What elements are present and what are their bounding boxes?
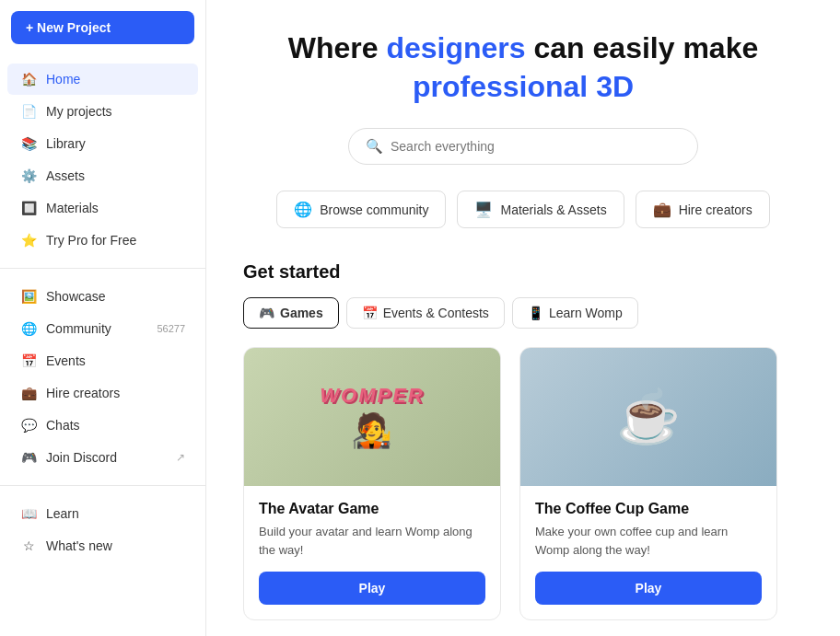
new-icon: ☆ (20, 538, 37, 554)
avatar-game-image: WOMPER 🧑‍🎤 (244, 348, 500, 486)
sidebar-item-assets-label: Assets (46, 168, 85, 183)
library-icon: 📚 (20, 135, 37, 152)
sidebar-item-showcase[interactable]: 🖼️ Showcase (7, 281, 198, 312)
sidebar-nav-community: 🖼️ Showcase 🌐 Community 56277 📅 Events 💼… (0, 276, 205, 478)
tab-learn-womp[interactable]: 📱 Learn Womp (512, 297, 638, 329)
sidebar-item-join-discord-label: Join Discord (46, 450, 117, 465)
sidebar-nav-primary: 🏠 Home 📄 My projects 📚 Library ⚙️ Assets… (0, 59, 205, 260)
learn-womp-tab-icon: 📱 (528, 306, 543, 320)
hire-creators-button[interactable]: 💼 Hire creators (636, 191, 770, 228)
sidebar-item-chats[interactable]: 💬 Chats (7, 410, 198, 441)
sidebar-item-materials-label: Materials (46, 201, 99, 215)
sidebar-divider-2 (0, 485, 205, 486)
globe-icon: 🌐 (294, 201, 312, 218)
games-tab-icon: 🎮 (259, 306, 274, 320)
sidebar-item-community-label: Community (46, 321, 111, 336)
hero-line3: professional 3D (413, 70, 634, 103)
sidebar-item-home[interactable]: 🏠 Home (7, 64, 198, 95)
events-icon: 📅 (20, 353, 37, 369)
assets-icon: ⚙️ (20, 168, 37, 184)
coffee-play-button[interactable]: Play (535, 572, 762, 605)
sidebar-item-library-label: Library (46, 136, 86, 151)
sidebar-item-chats-label: Chats (46, 418, 80, 433)
learn-icon: 📖 (20, 505, 37, 522)
materials-icon: 🔲 (20, 200, 37, 216)
briefcase-icon: 💼 (653, 201, 671, 218)
hero-highlight1: designers (386, 31, 525, 64)
hero-line1: Where (288, 31, 387, 64)
sidebar-item-join-discord[interactable]: 🎮 Join Discord ↗ (7, 442, 198, 473)
main-content: Where designers can easily make professi… (206, 0, 840, 636)
sidebar-item-events-label: Events (46, 353, 86, 368)
materials-assets-button[interactable]: 🖥️ Materials & Assets (457, 191, 624, 228)
tabs: 🎮 Games 📅 Events & Contests 📱 Learn Womp (243, 297, 803, 329)
sidebar-item-learn-label: Learn (46, 506, 79, 521)
sidebar-item-home-label: Home (46, 72, 80, 87)
tab-events-contests[interactable]: 📅 Events & Contests (346, 297, 505, 329)
sidebar-nav-bottom: 📖 Learn ☆ What's new (0, 493, 205, 566)
sidebar-divider-1 (0, 268, 205, 269)
avatar-figure: 🧑‍🎤 (351, 411, 392, 450)
sidebar-item-learn[interactable]: 📖 Learn (7, 498, 198, 529)
sidebar-item-events[interactable]: 📅 Events (7, 345, 198, 376)
hero-line2: can easily make (526, 31, 759, 64)
avatar-game-desc: Build your avatar and learn Womp along t… (259, 523, 485, 559)
showcase-icon: 🖼️ (20, 288, 37, 305)
chats-icon: 💬 (20, 417, 37, 434)
sidebar-item-hire-creators[interactable]: 💼 Hire creators (7, 377, 198, 409)
home-icon: 🏠 (20, 71, 37, 87)
new-project-button[interactable]: + New Project (11, 11, 194, 44)
sidebar-item-assets[interactable]: ⚙️ Assets (7, 160, 198, 191)
hire-creators-label: Hire creators (679, 202, 752, 217)
sidebar-item-whats-new-label: What's new (46, 538, 112, 553)
card-avatar-game: WOMPER 🧑‍🎤 The Avatar Game Build your av… (243, 347, 501, 620)
coffee-game-image: ☕ (520, 348, 776, 486)
star-icon: ⭐ (20, 232, 37, 249)
sidebar-item-try-pro-label: Try Pro for Free (46, 233, 136, 248)
sidebar-item-whats-new[interactable]: ☆ What's new (7, 530, 198, 561)
projects-icon: 📄 (20, 103, 37, 120)
discord-icon: 🎮 (20, 449, 37, 466)
external-link-icon: ↗ (176, 451, 185, 464)
sidebar-item-hire-creators-label: Hire creators (46, 386, 120, 400)
tab-learn-womp-label: Learn Womp (549, 306, 623, 320)
get-started-title: Get started (243, 261, 803, 283)
sidebar: + New Project 🏠 Home 📄 My projects 📚 Lib… (0, 0, 206, 636)
coffee-visual: ☕ (616, 348, 681, 486)
events-tab-icon: 📅 (362, 306, 378, 320)
community-badge: 56277 (157, 323, 185, 334)
community-icon: 🌐 (20, 320, 37, 337)
search-input[interactable] (391, 139, 681, 154)
sidebar-item-try-pro[interactable]: ⭐ Try Pro for Free (7, 225, 198, 256)
hire-icon: 💼 (20, 385, 37, 401)
sidebar-item-library[interactable]: 📚 Library (7, 128, 198, 159)
coffee-cup-figure: ☕ (616, 387, 681, 447)
sidebar-item-my-projects-label: My projects (46, 104, 112, 119)
sidebar-item-materials[interactable]: 🔲 Materials (7, 192, 198, 224)
coffee-game-title: The Coffee Cup Game (535, 501, 762, 517)
browse-community-button[interactable]: 🌐 Browse community (276, 191, 446, 228)
search-icon: 🔍 (366, 138, 383, 155)
action-buttons: 🌐 Browse community 🖥️ Materials & Assets… (243, 191, 803, 228)
tab-games-label: Games (280, 306, 323, 320)
cards-grid: WOMPER 🧑‍🎤 The Avatar Game Build your av… (243, 347, 777, 620)
browse-community-label: Browse community (320, 202, 428, 217)
sidebar-item-my-projects[interactable]: 📄 My projects (7, 96, 198, 127)
sidebar-item-community[interactable]: 🌐 Community 56277 (7, 313, 198, 344)
avatar-card-body: The Avatar Game Build your avatar and le… (244, 486, 500, 619)
hero-title: Where designers can easily make professi… (243, 29, 803, 106)
materials-assets-label: Materials & Assets (500, 202, 606, 217)
avatar-play-button[interactable]: Play (259, 572, 485, 605)
sidebar-item-showcase-label: Showcase (46, 289, 106, 304)
monitor-icon: 🖥️ (474, 201, 493, 218)
card-coffee-cup-game: ☕ The Coffee Cup Game Make your own coff… (519, 347, 777, 620)
womper-text: WOMPER (320, 384, 424, 408)
coffee-game-desc: Make your own coffee cup and learn Womp … (535, 523, 762, 559)
search-bar: 🔍 (348, 128, 698, 165)
tab-games[interactable]: 🎮 Games (243, 297, 339, 329)
avatar-game-title: The Avatar Game (259, 501, 485, 517)
avatar-visual: WOMPER 🧑‍🎤 (320, 348, 424, 486)
tab-events-contests-label: Events & Contests (383, 306, 489, 320)
coffee-card-body: The Coffee Cup Game Make your own coffee… (520, 486, 776, 619)
